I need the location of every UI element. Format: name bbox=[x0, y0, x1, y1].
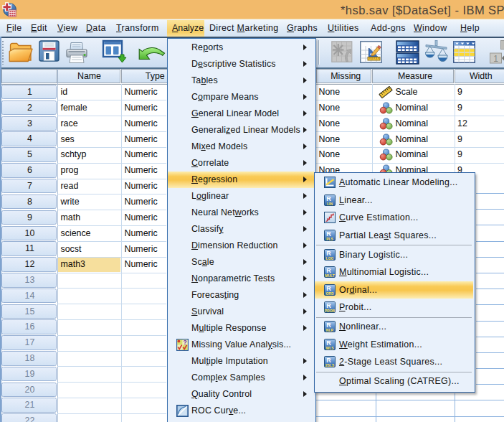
svg-text:1: 1 bbox=[493, 54, 498, 64]
svg-text:PLS: PLS bbox=[326, 236, 333, 240]
svg-text:WLS: WLS bbox=[325, 345, 334, 350]
svg-text:ORD: ORD bbox=[325, 291, 334, 295]
svg-text:2SLS: 2SLS bbox=[325, 363, 334, 367]
svg-text:?: ? bbox=[183, 339, 186, 346]
svg-text:LIN: LIN bbox=[326, 201, 332, 205]
svg-text:MULT: MULT bbox=[325, 273, 335, 278]
svg-text:PROB: PROB bbox=[324, 309, 335, 313]
svg-text:LOG: LOG bbox=[325, 255, 333, 260]
svg-text:NLR: NLR bbox=[325, 328, 333, 332]
